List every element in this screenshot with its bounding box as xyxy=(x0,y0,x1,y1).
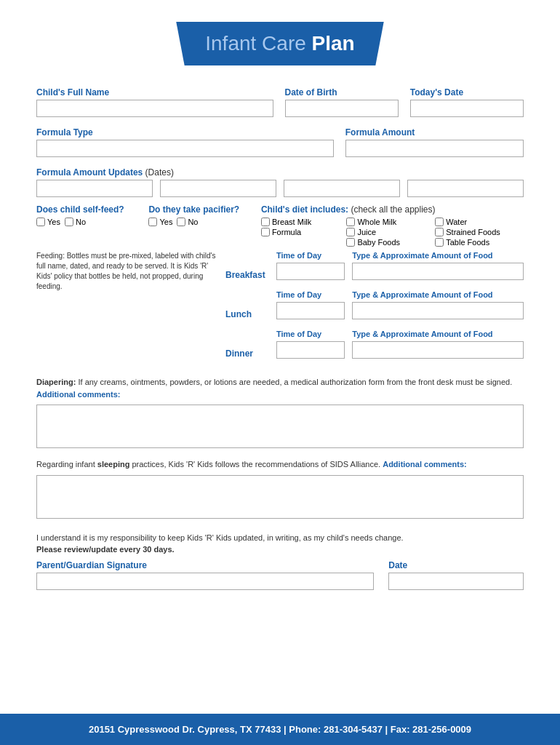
diet-table-foods[interactable]: Table Foods xyxy=(435,238,524,247)
pacifier-no-checkbox[interactable] xyxy=(177,218,185,226)
sleeping-note: Regarding infant sleeping practices, Kid… xyxy=(36,458,524,471)
diet-baby-foods[interactable]: Baby Foods xyxy=(346,238,423,247)
diapering-comments-textarea[interactable] xyxy=(36,405,524,448)
formula-amount-input[interactable] xyxy=(345,140,524,157)
self-feed-no-checkbox[interactable] xyxy=(65,218,73,226)
date-of-birth-input[interactable] xyxy=(285,100,399,117)
sleeping-additional-link: Additional comments: xyxy=(383,460,467,469)
formula-update-date-3[interactable] xyxy=(284,180,400,197)
lunch-label: Lunch xyxy=(225,309,269,319)
date-of-birth-label: Date of Birth xyxy=(285,87,399,97)
diet-breast-milk[interactable]: Breast Milk xyxy=(261,218,335,226)
dinner-food-input[interactable] xyxy=(352,341,524,359)
formula-amount-updates-label: Formula Amount Updates (Dates) xyxy=(36,167,524,178)
time-of-day-header-dinner: Time of Day xyxy=(276,330,345,338)
formula-update-date-2[interactable] xyxy=(160,180,276,197)
diet-checkboxes: Breast Milk Whole Milk Water Formula Jui… xyxy=(261,218,524,247)
pacifier-label: Do they take pacifier? xyxy=(148,204,253,215)
feeding-note: Feeding: Bottles must be pre-mixed, labe… xyxy=(36,251,218,292)
responsibility-text: I understand it is my responsibility to … xyxy=(36,532,524,556)
pacifier-yes[interactable]: Yes xyxy=(148,218,172,226)
self-feed-yes-label: Yes xyxy=(47,218,60,226)
parent-signature-input[interactable] xyxy=(36,573,374,590)
diet-strained-foods[interactable]: Strained Foods xyxy=(435,228,524,236)
breakfast-time-input[interactable] xyxy=(276,263,345,280)
diet-label: Child's diet includes: (check all the ap… xyxy=(261,204,524,215)
food-type-header-breakfast: Type & Approximate Amount of Food xyxy=(352,251,524,260)
diet-breast-milk-checkbox[interactable] xyxy=(261,218,270,226)
pacifier-no-label: No xyxy=(188,218,198,226)
formula-amount-label: Formula Amount xyxy=(345,127,524,138)
child-full-name-label: Child's Full Name xyxy=(36,87,273,97)
breakfast-label: Breakfast xyxy=(225,270,269,280)
formula-update-date-4[interactable] xyxy=(407,180,524,197)
title-box: Infant Care Plan xyxy=(176,22,383,65)
formula-type-label: Formula Type xyxy=(36,127,334,138)
diet-juice[interactable]: Juice xyxy=(346,228,423,236)
title-light: Infant Care xyxy=(205,32,311,55)
diet-whole-milk-checkbox[interactable] xyxy=(346,218,355,226)
diet-strained-foods-checkbox[interactable] xyxy=(435,228,444,236)
date-signature-input[interactable] xyxy=(388,573,524,590)
diet-juice-checkbox[interactable] xyxy=(346,228,355,236)
todays-date-input[interactable] xyxy=(410,100,524,117)
formula-update-date-1[interactable] xyxy=(36,180,153,197)
food-type-header-lunch: Type & Approximate Amount of Food xyxy=(352,290,524,299)
diet-water[interactable]: Water xyxy=(435,218,524,226)
diet-water-checkbox[interactable] xyxy=(435,218,444,226)
self-feed-no[interactable]: No xyxy=(65,218,86,226)
date-signature-label: Date xyxy=(388,560,524,570)
sleeping-comments-textarea[interactable] xyxy=(36,475,524,519)
dinner-time-input[interactable] xyxy=(276,341,345,359)
dinner-label: Dinner xyxy=(225,348,269,359)
lunch-food-input[interactable] xyxy=(352,302,524,319)
lunch-time-input[interactable] xyxy=(276,302,345,319)
diet-whole-milk[interactable]: Whole Milk xyxy=(346,218,423,226)
parent-signature-label: Parent/Guardian Signature xyxy=(36,560,374,570)
diet-formula[interactable]: Formula xyxy=(261,228,335,236)
pacifier-no[interactable]: No xyxy=(177,218,198,226)
diapering-note: Diapering: If any creams, ointments, pow… xyxy=(36,376,524,400)
title-bold: Plan xyxy=(312,32,355,55)
footer: 20151 Cypresswood Dr. Cypress, TX 77433 … xyxy=(0,714,560,745)
food-type-header-dinner: Type & Approximate Amount of Food xyxy=(352,330,524,338)
breakfast-food-input[interactable] xyxy=(352,263,524,280)
pacifier-yes-label: Yes xyxy=(159,218,172,226)
diapering-additional-link: Additional comments: xyxy=(36,390,121,399)
self-feed-label: Does child self-feed? xyxy=(36,204,141,215)
diet-table-foods-checkbox[interactable] xyxy=(435,238,444,247)
time-of-day-header-breakfast: Time of Day xyxy=(276,251,345,260)
pacifier-yes-checkbox[interactable] xyxy=(148,218,157,226)
diet-formula-checkbox[interactable] xyxy=(261,228,270,236)
formula-type-input[interactable] xyxy=(36,140,334,157)
todays-date-label: Today's Date xyxy=(410,87,524,97)
self-feed-yes[interactable]: Yes xyxy=(36,218,60,226)
diet-baby-foods-checkbox[interactable] xyxy=(346,238,355,247)
self-feed-yes-checkbox[interactable] xyxy=(36,218,45,226)
time-of-day-header-lunch: Time of Day xyxy=(276,290,345,299)
self-feed-no-label: No xyxy=(76,218,86,226)
child-full-name-input[interactable] xyxy=(36,100,273,117)
